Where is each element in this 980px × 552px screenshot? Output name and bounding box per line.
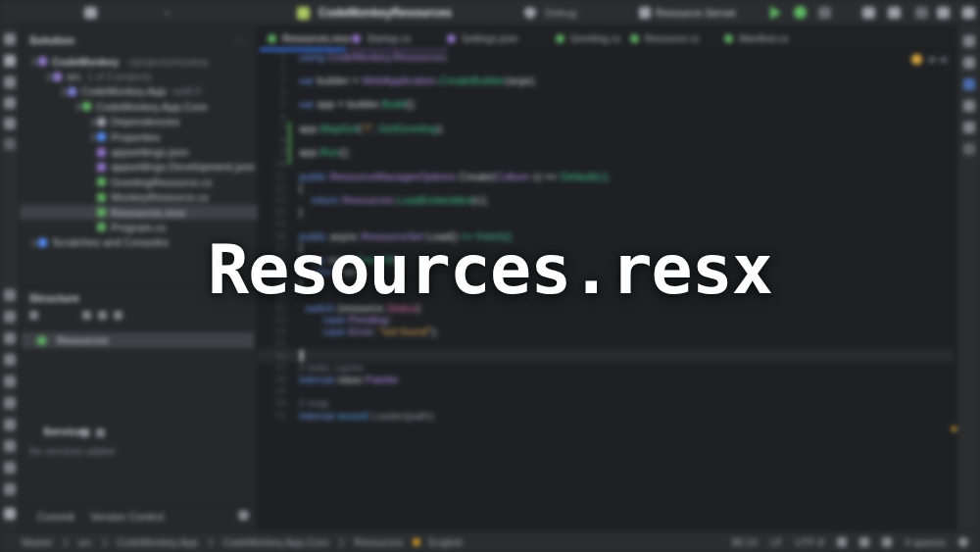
- tree-row[interactable]: appsettings.json: [20, 144, 258, 159]
- gear-icon[interactable]: [238, 510, 249, 521]
- tree-row[interactable]: ❯Properties: [20, 129, 258, 144]
- notifications-icon[interactable]: [4, 508, 16, 520]
- tree-row[interactable]: ❯CodeMonkey.App.Core: [20, 99, 258, 114]
- commit-icon[interactable]: [4, 55, 16, 67]
- tree-row[interactable]: appsettings.Development.json: [20, 160, 258, 175]
- nuget-icon[interactable]: [4, 419, 16, 430]
- status-breadcrumb-segment[interactable]: CodeMonkey.App: [117, 536, 198, 548]
- run-tool-icon[interactable]: [4, 138, 16, 150]
- run-config-chevron-icon[interactable]: ⌄: [727, 6, 735, 17]
- tree-row[interactable]: ❯src1 of 3 projects: [20, 69, 258, 83]
- status-line-separator[interactable]: LF: [770, 536, 782, 548]
- status-file-encoding[interactable]: UTF-8: [795, 536, 824, 548]
- structure-selected-row[interactable]: Resources: [22, 332, 254, 348]
- solution-name[interactable]: CodeMonkeyResources: [318, 6, 452, 20]
- terminal-icon[interactable]: [4, 332, 16, 344]
- code-line: using CodeMonkey.Resources;: [299, 51, 448, 64]
- unit-tests-icon[interactable]: [4, 376, 16, 387]
- readonly-lock-icon[interactable]: [837, 537, 847, 547]
- services-icon[interactable]: [4, 289, 16, 301]
- gradle-icon[interactable]: [963, 100, 975, 112]
- problems-icon[interactable]: [4, 354, 16, 366]
- notifications-bell-icon[interactable]: [958, 537, 968, 547]
- editor-tab-label: Resource.cs: [645, 33, 700, 44]
- status-indent-style[interactable]: 4 spaces: [905, 536, 946, 548]
- database-icon[interactable]: [4, 311, 16, 323]
- editor-tab-label: Resources.resx: [282, 33, 350, 44]
- error-stripe[interactable]: [952, 51, 956, 530]
- inspections-widget-icon[interactable]: [928, 57, 936, 63]
- editor-tab[interactable]: Resource.cs: [622, 25, 708, 51]
- database-icon[interactable]: [963, 78, 975, 90]
- code-line: }: [299, 206, 303, 219]
- stripe-warning-mark[interactable]: [952, 427, 956, 431]
- code-analysis-icon[interactable]: [859, 537, 869, 547]
- tree-row[interactable]: ❯CodeMonkey.Appnet8.0: [20, 84, 258, 99]
- docker-icon[interactable]: [4, 483, 16, 495]
- maven-icon[interactable]: [963, 143, 975, 155]
- tree-chevron-icon[interactable]: ❯: [59, 87, 68, 96]
- add-service-icon[interactable]: [80, 428, 89, 437]
- profiler-icon[interactable]: [4, 440, 16, 452]
- settings-gear-icon[interactable]: [888, 7, 901, 19]
- panel-options-icon[interactable]: ⋯: [235, 34, 247, 47]
- run-configuration-mode[interactable]: Debug: [545, 7, 576, 19]
- debugger-shield-icon[interactable]: [524, 7, 536, 20]
- layout-widget-icon[interactable]: [937, 7, 950, 19]
- structure-icon[interactable]: [4, 76, 16, 88]
- run-button[interactable]: [770, 6, 781, 20]
- tree-item-icon: [38, 57, 47, 66]
- tree-row[interactable]: MonkeyResource.cs: [20, 190, 258, 205]
- status-breadcrumb-segment[interactable]: src: [78, 536, 92, 548]
- profile-icon[interactable]: [962, 7, 975, 19]
- more-vertical-icon[interactable]: [915, 7, 928, 19]
- tree-row[interactable]: ❯CodeMonkey~/projects/monkey: [20, 54, 258, 69]
- editor-tab[interactable]: Manifest.cs: [716, 25, 797, 51]
- tree-chevron-icon[interactable]: ❯: [29, 238, 38, 247]
- tree-chevron-icon[interactable]: ❯: [74, 102, 82, 111]
- search-icon[interactable]: [862, 7, 875, 19]
- run-config-selector[interactable]: Resource.Server: [656, 7, 737, 19]
- collapse-all-icon[interactable]: [98, 311, 107, 320]
- tree-row[interactable]: ❯Dependencies: [20, 115, 258, 129]
- tree-chevron-icon[interactable]: ❯: [29, 57, 38, 66]
- find-icon[interactable]: [4, 118, 16, 129]
- status-language-indicator[interactable]: English: [429, 536, 463, 548]
- todo-icon[interactable]: [4, 462, 16, 474]
- tree-chevron-icon[interactable]: ❯: [88, 118, 97, 126]
- editor-tab[interactable]: Startup.cs: [344, 25, 418, 51]
- debug-tool-icon[interactable]: [4, 397, 16, 409]
- tool-window-tab[interactable]: Commit: [37, 511, 74, 523]
- editor-tab[interactable]: Settings.json: [439, 25, 525, 51]
- collapse-icon[interactable]: [96, 428, 105, 437]
- code-token: Palette: [365, 374, 398, 385]
- solution-explorer-icon[interactable]: [4, 33, 16, 45]
- status-breadcrumb-segment[interactable]: CodeMonkey.App.Core: [222, 536, 328, 548]
- line-number: 23: [258, 314, 286, 326]
- more-run-options-icon[interactable]: [818, 7, 831, 19]
- status-breadcrumb-segment[interactable]: Master: [22, 536, 53, 548]
- code-token: );: [431, 326, 438, 337]
- tool-window-tab[interactable]: Version Control: [90, 511, 164, 523]
- device-manager-icon[interactable]: [963, 122, 975, 133]
- toolbar-chevron-icon[interactable]: ⌄: [163, 5, 172, 18]
- sort-icon[interactable]: [29, 311, 38, 320]
- main-menu-icon[interactable]: [84, 7, 97, 19]
- tree-chevron-icon[interactable]: ❯: [88, 132, 97, 141]
- tree-chevron-icon[interactable]: ❯: [44, 73, 53, 81]
- filter-icon[interactable]: [114, 311, 122, 320]
- tree-row[interactable]: GreetingResource.cs: [20, 175, 258, 189]
- expand-all-icon[interactable]: [82, 311, 91, 320]
- inspections-icon[interactable]: [882, 537, 892, 547]
- status-caret-position[interactable]: 86:14: [732, 536, 758, 548]
- debug-button[interactable]: [794, 6, 807, 19]
- bookmarks-icon[interactable]: [4, 97, 16, 109]
- inspections-status-icon[interactable]: [911, 54, 922, 65]
- tree-row[interactable]: Resources.resx: [20, 205, 258, 220]
- editor-tab[interactable]: Greeting.cs: [548, 25, 628, 51]
- app-logo-icon[interactable]: [18, 4, 36, 23]
- inspections-chevron-icon[interactable]: [940, 57, 948, 63]
- notifications-icon[interactable]: [963, 35, 975, 47]
- ai-assistant-icon[interactable]: [963, 57, 975, 69]
- status-breadcrumb-segment[interactable]: Resources: [354, 536, 403, 548]
